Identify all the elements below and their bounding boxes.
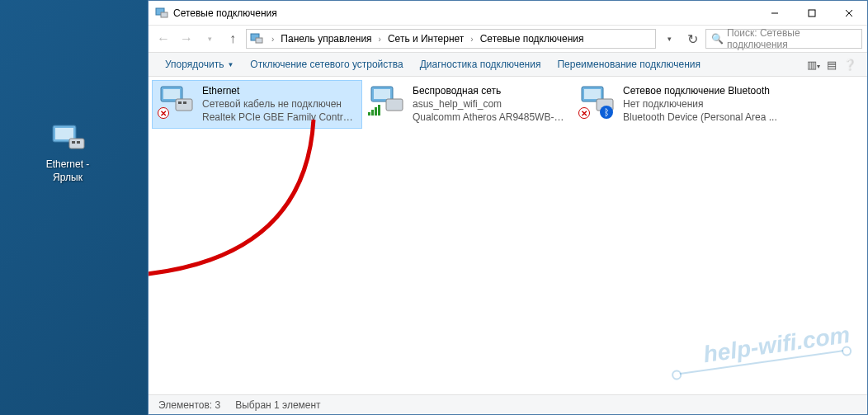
connections-list: ✕ Ethernet Сетевой кабель не подключен R… [149, 77, 867, 394]
svg-rect-14 [163, 89, 180, 99]
address-bar: ← → ▾ ↑ › Панель управления › Сеть и Инт… [149, 26, 867, 52]
close-button[interactable] [830, 1, 867, 25]
svg-rect-20 [386, 99, 403, 111]
connection-item-ethernet[interactable]: ✕ Ethernet Сетевой кабель не подключен R… [152, 80, 362, 129]
connection-device: Bluetooth Device (Personal Area ... [623, 111, 777, 124]
ethernet-adapter-icon: ✕ [158, 84, 196, 119]
desktop-shortcut-ethernet[interactable]: Ethernet - Ярлык [36, 122, 99, 184]
svg-rect-6 [161, 12, 167, 17]
breadcrumb-item[interactable]: Панель управления [279, 33, 373, 45]
organize-menu[interactable]: Упорядочить▼ [157, 59, 242, 70]
network-adapter-icon [48, 122, 87, 155]
diagnose-button[interactable]: Диагностика подключения [412, 59, 550, 70]
bluetooth-badge-icon: ᛒ [600, 106, 613, 119]
recent-dropdown[interactable]: ▾ [200, 29, 219, 49]
connection-status: Сетевой кабель не подключен [202, 97, 356, 111]
bluetooth-adapter-icon: ✕ ᛒ [578, 84, 616, 119]
rename-button[interactable]: Переименование подключения [549, 59, 709, 70]
preview-pane-button[interactable]: ▤ [823, 59, 841, 71]
svg-rect-24 [378, 105, 380, 116]
titlebar: Сетевые подключения [149, 1, 867, 26]
search-icon: 🔍 [711, 33, 724, 45]
watermark: help-wifi.com [702, 322, 852, 369]
svg-rect-17 [183, 101, 186, 104]
svg-rect-12 [256, 38, 262, 43]
command-bar: Упорядочить▼ Отключение сетевого устройс… [149, 52, 867, 77]
control-panel-icon [250, 32, 263, 45]
status-bar: Элементов: 3 Выбран 1 элемент [149, 394, 867, 414]
signal-bars-icon [368, 104, 381, 119]
back-button[interactable]: ← [153, 29, 173, 49]
search-input[interactable]: 🔍 Поиск: Сетевые подключения [705, 29, 862, 49]
maximize-button[interactable] [793, 1, 830, 25]
svg-rect-1 [55, 128, 73, 139]
svg-rect-23 [375, 107, 377, 116]
svg-rect-19 [374, 89, 390, 99]
connection-device: Realtek PCIe GBE Family Controller [202, 111, 356, 124]
connection-device: Qualcomm Atheros AR9485WB-E... [413, 111, 567, 124]
status-count: Элементов: 3 [158, 399, 220, 411]
minimize-button[interactable] [756, 1, 793, 25]
connection-name: Ethernet [202, 84, 356, 97]
chevron-down-icon: ▼ [227, 61, 234, 68]
watermark-underline [680, 350, 843, 375]
svg-rect-26 [584, 89, 601, 99]
disable-device-button[interactable]: Отключение сетевого устройства [242, 59, 411, 70]
chevron-right-icon: › [267, 35, 279, 44]
desktop-shortcut-label: Ethernet - Ярлык [36, 158, 99, 184]
svg-rect-8 [809, 10, 815, 17]
connection-name: Беспроводная сеть [413, 84, 567, 97]
view-options-button[interactable]: ▥▾ [804, 59, 823, 71]
status-selected: Выбран 1 элемент [235, 399, 320, 411]
connection-name: Сетевое подключение Bluetooth [623, 84, 777, 97]
connection-item-bluetooth[interactable]: ✕ ᛒ Сетевое подключение Bluetooth Нет по… [573, 80, 783, 129]
breadcrumb-item[interactable]: Сеть и Интернет [386, 33, 465, 45]
svg-rect-16 [178, 101, 182, 104]
up-button[interactable]: ↑ [223, 29, 243, 49]
wifi-adapter-icon [368, 84, 406, 119]
refresh-button[interactable]: ↻ [682, 31, 702, 47]
window-title: Сетевые подключения [173, 7, 756, 19]
breadcrumb-item[interactable]: Сетевые подключения [479, 33, 586, 45]
addr-dropdown[interactable]: ▾ [659, 29, 679, 49]
search-placeholder: Поиск: Сетевые подключения [727, 27, 856, 50]
network-connections-window: Сетевые подключения ← → ▾ ↑ › Панель упр… [148, 0, 868, 415]
window-icon [155, 7, 168, 20]
connection-item-wifi[interactable]: Беспроводная сеть asus_help_wifi_com Qua… [362, 80, 573, 129]
svg-rect-4 [77, 141, 80, 144]
breadcrumb[interactable]: › Панель управления › Сеть и Интернет › … [246, 29, 656, 49]
connection-status: asus_help_wifi_com [413, 97, 567, 111]
disconnected-badge-icon: ✕ [158, 107, 169, 119]
annotation-arrow [149, 110, 371, 308]
connection-status: Нет подключения [623, 97, 777, 111]
help-button[interactable]: ❔ [841, 59, 859, 71]
svg-rect-22 [371, 110, 374, 116]
svg-rect-3 [72, 141, 75, 144]
chevron-right-icon: › [465, 35, 478, 44]
svg-rect-15 [176, 99, 192, 111]
forward-button[interactable]: → [177, 29, 196, 49]
disconnected-badge-icon: ✕ [578, 107, 590, 119]
svg-rect-21 [368, 112, 370, 116]
chevron-right-icon: › [374, 35, 386, 44]
